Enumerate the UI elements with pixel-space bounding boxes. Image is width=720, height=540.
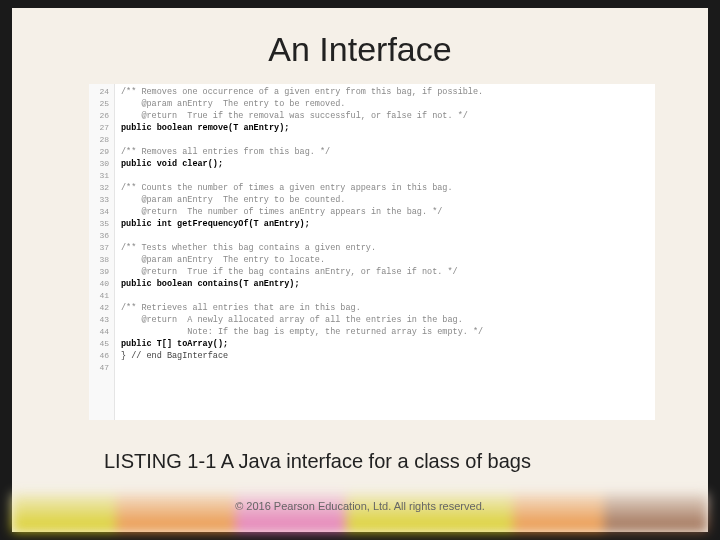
- line-number: 38: [89, 254, 109, 266]
- slide-background: An Interface 242526272829303132333435363…: [12, 8, 708, 532]
- code-line: public T[] toArray();: [121, 338, 483, 350]
- line-number: 47: [89, 362, 109, 374]
- line-number: 39: [89, 266, 109, 278]
- line-number: 35: [89, 218, 109, 230]
- line-number: 26: [89, 110, 109, 122]
- line-number: 40: [89, 278, 109, 290]
- line-number: 42: [89, 302, 109, 314]
- code-line: public boolean remove(T anEntry);: [121, 122, 483, 134]
- code-line: /** Removes one occurrence of a given en…: [121, 86, 483, 98]
- code-line: @param anEntry The entry to be counted.: [121, 194, 483, 206]
- page-title: An Interface: [12, 30, 708, 69]
- code-line: public int getFrequencyOf(T anEntry);: [121, 218, 483, 230]
- code-line: /** Tests whether this bag contains a gi…: [121, 242, 483, 254]
- line-number: 31: [89, 170, 109, 182]
- code-listing: 2425262728293031323334353637383940414243…: [89, 84, 655, 420]
- line-number: 29: [89, 146, 109, 158]
- line-number: 27: [89, 122, 109, 134]
- line-number: 30: [89, 158, 109, 170]
- code-line: public void clear();: [121, 158, 483, 170]
- code-lines: /** Removes one occurrence of a given en…: [121, 86, 483, 362]
- line-number: 45: [89, 338, 109, 350]
- code-line: public boolean contains(T anEntry);: [121, 278, 483, 290]
- code-line: [121, 134, 483, 146]
- code-line: [121, 290, 483, 302]
- listing-caption: LISTING 1-1 A Java interface for a class…: [12, 450, 708, 473]
- code-line: [121, 230, 483, 242]
- line-number: 28: [89, 134, 109, 146]
- code-line: @param anEntry The entry to locate.: [121, 254, 483, 266]
- line-number: 37: [89, 242, 109, 254]
- line-number: 44: [89, 326, 109, 338]
- line-number: 25: [89, 98, 109, 110]
- code-line: @return A newly allocated array of all t…: [121, 314, 483, 326]
- line-number: 32: [89, 182, 109, 194]
- code-line: /** Counts the number of times a given e…: [121, 182, 483, 194]
- code-line: @return The number of times anEntry appe…: [121, 206, 483, 218]
- line-number: 41: [89, 290, 109, 302]
- line-number: 36: [89, 230, 109, 242]
- code-line: /** Removes all entries from this bag. *…: [121, 146, 483, 158]
- line-number: 46: [89, 350, 109, 362]
- copyright-text: © 2016 Pearson Education, Ltd. All right…: [12, 500, 708, 512]
- code-line: [121, 170, 483, 182]
- line-number: 24: [89, 86, 109, 98]
- line-number-gutter: 2425262728293031323334353637383940414243…: [89, 84, 115, 420]
- line-number: 34: [89, 206, 109, 218]
- code-line: /** Retrieves all entries that are in th…: [121, 302, 483, 314]
- code-line: @param anEntry The entry to be removed.: [121, 98, 483, 110]
- code-line: } // end BagInterface: [121, 350, 483, 362]
- line-number: 33: [89, 194, 109, 206]
- code-line: @return True if the bag contains anEntry…: [121, 266, 483, 278]
- code-line: Note: If the bag is empty, the returned …: [121, 326, 483, 338]
- code-line: @return True if the removal was successf…: [121, 110, 483, 122]
- line-number: 43: [89, 314, 109, 326]
